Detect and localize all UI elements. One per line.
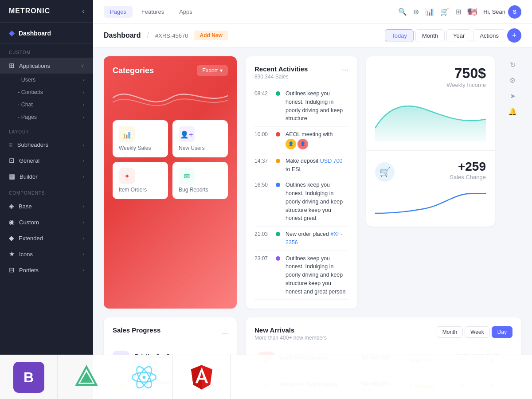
pages-label: - Pages [18, 114, 37, 120]
applications-icon: ⊞ [9, 62, 15, 70]
day-filter-button[interactable]: Day [492, 326, 512, 338]
sidebar-item-applications[interactable]: ⊞ Applications ∨ [0, 58, 93, 74]
react-logo[interactable] [115, 355, 173, 399]
categories-card: Categories Export ▾ 📊 Weekly Sales [104, 56, 237, 309]
dashboard-label: Dashboard [19, 30, 51, 37]
cart-icon[interactable]: 🛒 [440, 8, 449, 16]
panel-bell-icon[interactable]: 🔔 [508, 107, 517, 116]
activity-dot-3 [276, 159, 280, 163]
activities-subtitle: 890,344 Sales [254, 74, 308, 80]
main-area: Pages Features Apps 🔍 ⊕ 📊 🛒 ⊞ 🇺🇸 Hi, Sea… [93, 0, 532, 399]
custom-comp-icon: ◉ [9, 218, 15, 226]
month-filter-button[interactable]: Month [437, 326, 463, 338]
sales-progress-more-icon[interactable]: ··· [222, 329, 228, 337]
plus-button[interactable]: + [507, 28, 521, 43]
sidebar-item-chat[interactable]: - Chat › [0, 98, 93, 111]
activity-text-2: AEOL meeting with 👤 👤 [286, 130, 348, 149]
user-avatar[interactable]: S [508, 5, 521, 19]
weekly-sales-card: 📊 Weekly Sales [113, 120, 168, 157]
base-label: Base [19, 203, 32, 210]
general-icon: ⊡ [9, 156, 15, 164]
share-icon[interactable]: ⊕ [413, 8, 419, 16]
year-button[interactable]: Year [446, 29, 471, 42]
export-label: Export [202, 67, 218, 74]
extended-label: Extended [19, 235, 43, 242]
grid-icon[interactable]: ⊞ [455, 8, 461, 16]
sidebar-section-layout: LAYOUT [0, 123, 93, 137]
activity-text-4: Outlines keep you honest. Indulging in p… [286, 181, 348, 223]
activity-time-5: 21:03 [254, 231, 270, 237]
panel-send-icon[interactable]: ➤ [510, 92, 516, 100]
chart-icon[interactable]: 📊 [425, 8, 434, 16]
week-filter-button[interactable]: Week [465, 326, 489, 338]
sidebar-dashboard-item[interactable]: ◆ Dashboard [0, 23, 93, 44]
vue-logo[interactable] [58, 355, 115, 399]
angular-logo[interactable] [173, 355, 231, 399]
bootstrap-logo[interactable]: B [0, 355, 58, 399]
chevron-right-icon: › [82, 251, 84, 257]
sidebar-item-base[interactable]: ◈ Base › [0, 198, 93, 214]
subheaders-label: Subheaders [17, 141, 48, 148]
activity-item-4: 16:50 Outlines keep you honest. Indulgin… [254, 177, 348, 227]
activity-item-2: 10:00 AEOL meeting with 👤 👤 [254, 127, 348, 153]
sidebar-item-subheaders[interactable]: ≡ Subheaders › [0, 137, 93, 153]
item-orders-icon: ✦ [119, 168, 135, 184]
month-button[interactable]: Month [415, 29, 445, 42]
sidebar-item-contacts[interactable]: - Contacts › [0, 86, 93, 98]
nav-link-apps[interactable]: Apps [173, 6, 199, 18]
sidebar-item-pages[interactable]: - Pages › [0, 111, 93, 123]
sidebar-item-portlets[interactable]: ⊟ Portlets › [0, 262, 93, 278]
activity-item-5: 21:03 New order placed #XF-2356 [254, 227, 348, 251]
flag-icon[interactable]: 🇺🇸 [467, 7, 477, 17]
sidebar-item-users[interactable]: - Users › [0, 74, 93, 86]
chevron-right-icon: › [82, 267, 84, 273]
new-users-card: 👤+ New Users [172, 120, 228, 157]
activity-item-6: 23:07 Outlines keep you honest. Indulgin… [254, 251, 348, 300]
income-chart [375, 93, 486, 141]
extended-icon: ◆ [9, 234, 14, 242]
activity-link-3[interactable]: USD 700 [320, 158, 343, 164]
sidebar-item-custom-comp[interactable]: ◉ Custom › [0, 214, 93, 230]
add-new-button[interactable]: Add New [194, 31, 227, 40]
sidebar-item-general[interactable]: ⊡ General › [0, 153, 93, 168]
today-button[interactable]: Today [385, 29, 414, 42]
activity-item-3: 14:37 Make deposit USD 700 to ESL [254, 153, 348, 178]
date-filter-group: Today Month Year Actions + [385, 28, 521, 43]
sidebar-item-icons[interactable]: ★ Icons › [0, 246, 93, 262]
sidebar-item-builder[interactable]: ▦ Builder › [0, 168, 93, 184]
nav-link-pages[interactable]: Pages [104, 6, 133, 18]
icons-icon: ★ [9, 250, 15, 258]
chat-label: - Chat [18, 102, 33, 108]
sidebar-logo: METRONIC ‹ [0, 0, 93, 23]
sidebar-item-extended[interactable]: ◆ Extended › [0, 230, 93, 246]
activity-dot-6 [276, 256, 280, 261]
top-navigation: Pages Features Apps 🔍 ⊕ 📊 🛒 ⊞ 🇺🇸 Hi, Sea… [93, 0, 532, 24]
topnav-icons: 🔍 ⊕ 📊 🛒 ⊞ 🇺🇸 Hi, Sean S [398, 5, 521, 19]
sales-change-chart [375, 187, 486, 218]
panel-gear-icon[interactable]: ⚙ [509, 76, 516, 85]
vue-icon [73, 364, 100, 391]
new-users-label: New Users [179, 145, 222, 151]
activity-dot-5 [276, 232, 280, 236]
panel-refresh-icon[interactable]: ↻ [510, 61, 516, 69]
users-label: - Users [18, 77, 35, 83]
arrivals-filter-buttons: Month Week Day [437, 326, 512, 338]
chevron-right-icon: › [82, 142, 84, 148]
search-icon[interactable]: 🔍 [398, 8, 407, 16]
income-amount: 750$ [375, 65, 486, 82]
export-button[interactable]: Export ▾ [197, 65, 228, 76]
general-label: General [19, 157, 39, 164]
chevron-right-icon: › [82, 114, 84, 120]
activity-link-5[interactable]: #XF-2356 [286, 231, 343, 246]
recent-activities-card: Recent Activities 890,344 Sales ··· 08:4… [246, 56, 357, 309]
sidebar-collapse-icon[interactable]: ‹ [82, 8, 84, 15]
chevron-down-icon: ∨ [81, 63, 84, 69]
nav-link-features[interactable]: Features [135, 6, 170, 18]
avatar-1: 👤 [286, 139, 296, 149]
subheader: Dashboard / #XRS-45670 Add New Today Mon… [93, 24, 532, 47]
actions-button[interactable]: Actions [473, 29, 505, 42]
activity-avatars: 👤 👤 [286, 139, 308, 149]
activities-more-icon[interactable]: ··· [342, 65, 348, 74]
page-title: Dashboard [104, 31, 141, 39]
svg-point-5 [142, 376, 145, 379]
